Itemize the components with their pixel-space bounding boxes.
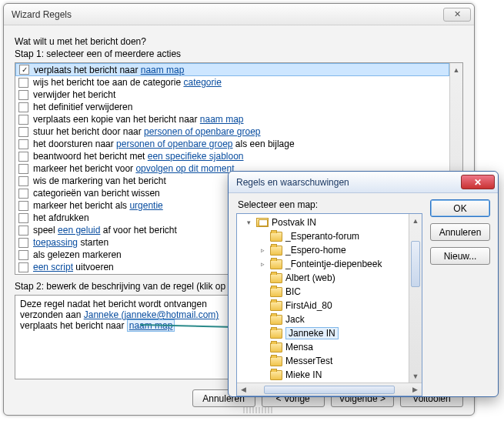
action-row[interactable]: verplaats het bericht naar naam map (15, 63, 449, 76)
action-link[interactable]: toepassing (33, 237, 78, 248)
action-link[interactable]: naam map (141, 65, 185, 75)
action-label: het verwerken van regels beëindigen (33, 273, 184, 274)
action-label: speel een geluid af voor het bericht (33, 224, 177, 236)
close-icon[interactable]: ✕ (461, 175, 495, 189)
action-checkbox[interactable] (18, 226, 28, 236)
action-label: markeer het bericht voor opvolgen op dit… (33, 162, 234, 175)
step1-label: Stap 1: selecteer een of meerdere acties (15, 48, 463, 59)
action-checkbox[interactable] (18, 201, 28, 211)
action-checkbox[interactable] (18, 139, 28, 149)
tree-item[interactable]: Mieke IN (237, 368, 409, 382)
action-label: beantwoord het bericht met een specifiek… (33, 150, 244, 162)
cancel-button[interactable]: Annuleren (430, 223, 490, 241)
folder-icon (270, 259, 282, 269)
tree-item[interactable]: Mensa (237, 340, 409, 354)
action-checkbox[interactable] (18, 152, 28, 162)
action-link[interactable]: personen of openbare groep (144, 126, 260, 137)
action-checkbox[interactable] (18, 250, 28, 260)
tree-item[interactable]: Jack (237, 312, 409, 326)
tree-hscrollbar[interactable]: ◀ ▶ (237, 383, 422, 396)
scroll-up-icon[interactable]: ▲ (409, 214, 422, 227)
action-link[interactable]: een specifieke sjabloon (148, 151, 244, 162)
tree-item-label: BIC (285, 286, 301, 297)
action-row[interactable]: het doorsturen naar personen of openbare… (15, 138, 449, 150)
action-link[interactable]: personen of openbare groep (116, 139, 232, 149)
action-checkbox[interactable] (19, 65, 29, 75)
folder-icon (270, 370, 282, 380)
tree-expand-icon[interactable]: ▾ (245, 219, 253, 226)
action-checkbox[interactable] (18, 176, 28, 186)
tree-item[interactable]: ▾Postvak IN (237, 216, 409, 229)
action-checkbox[interactable] (18, 213, 28, 223)
picker-titlebar: Regels en waarschuwingen ✕ (229, 172, 498, 193)
action-link[interactable]: naam map (200, 114, 244, 125)
wizard-question: Wat wilt u met het bericht doen? (15, 36, 463, 47)
tree-expand-icon[interactable]: ▹ (259, 246, 267, 254)
folder-icon (270, 232, 282, 242)
action-row[interactable]: stuur het bericht door naar personen of … (15, 125, 449, 138)
tree-item[interactable]: Albert (web) (237, 271, 409, 285)
new-button[interactable]: Nieuw... (430, 247, 490, 265)
desc-folder-link[interactable]: naam map (127, 319, 175, 332)
action-label: verwijder het bericht (33, 89, 115, 101)
action-checkbox[interactable] (18, 189, 28, 199)
folder-icon (270, 342, 282, 353)
scroll-up-icon[interactable]: ▲ (450, 63, 462, 76)
tree-item[interactable]: ▹_Fonteintje-diepenbeek (237, 257, 409, 271)
tree-item[interactable]: FirstAid_80 (237, 299, 409, 312)
close-icon[interactable]: ✕ (443, 8, 471, 22)
inbox-icon (256, 218, 269, 227)
action-label: het afdrukken (33, 212, 89, 224)
tree-item-label: Mensa (285, 342, 313, 353)
tree-item-label: Mieke IN (285, 369, 322, 380)
picker-prompt: Selecteer een map: (238, 199, 422, 210)
tree-item[interactable]: MesserTest (237, 354, 409, 368)
folder-icon (270, 246, 282, 256)
tree-vscrollbar[interactable]: ▲ ▼ (409, 214, 422, 383)
tree-item[interactable]: _Esperanto-forum (237, 229, 409, 243)
action-checkbox[interactable] (18, 164, 28, 174)
action-label: het definitief verwijderen (33, 101, 132, 113)
scroll-thumb[interactable] (411, 241, 420, 287)
ok-button[interactable]: OK (430, 199, 490, 217)
action-checkbox[interactable] (18, 262, 28, 272)
tree-item[interactable]: Janneke IN (237, 326, 409, 340)
scroll-down-icon[interactable]: ▼ (409, 369, 422, 383)
action-checkbox[interactable] (18, 90, 28, 100)
resize-grip-icon (243, 407, 274, 413)
desc-recipient-link[interactable]: Janneke (janneke@hotmail.com) (84, 309, 219, 320)
folder-icon (270, 273, 282, 283)
tree-item-label: MesserTest (285, 356, 332, 366)
action-checkbox[interactable] (18, 78, 28, 88)
action-link[interactable]: opvolgen op dit moment (135, 163, 234, 174)
action-link[interactable]: een script (33, 262, 73, 272)
tree-item[interactable]: ▹_Espero-home (237, 243, 409, 257)
tree-expand-icon[interactable]: ▹ (259, 260, 267, 268)
action-link[interactable]: urgentie (129, 200, 162, 211)
folder-icon (270, 287, 282, 297)
action-row[interactable]: beantwoord het bericht met een specifiek… (15, 150, 449, 162)
action-checkbox[interactable] (18, 115, 28, 125)
action-link[interactable]: een geluid (58, 225, 100, 236)
folder-icon (270, 356, 282, 366)
folder-picker-dialog: Regels en waarschuwingen ✕ Selecteer een… (228, 171, 499, 397)
action-label: markeer het bericht als urgentie (33, 199, 163, 212)
action-checkbox[interactable] (18, 102, 28, 112)
wizard-titlebar: Wizard Regels ✕ (4, 4, 474, 25)
scroll-thumb[interactable] (264, 386, 395, 394)
tree-item-label: _Fonteintje-diepenbeek (285, 259, 382, 269)
tree-item-label: Postvak IN (272, 217, 316, 228)
action-row[interactable]: het definitief verwijderen (15, 101, 449, 113)
action-row[interactable]: verplaats een kopie van het bericht naar… (15, 113, 449, 125)
action-label: toepassing starten (33, 236, 108, 249)
tree-item[interactable]: BIC (237, 285, 409, 299)
action-checkbox[interactable] (18, 238, 28, 248)
action-row[interactable]: verwijder het bericht (15, 89, 449, 101)
tree-item-label: Albert (web) (285, 272, 335, 283)
action-checkbox[interactable] (18, 127, 28, 137)
scroll-right-icon[interactable]: ▶ (409, 383, 422, 396)
scroll-left-icon[interactable]: ◀ (237, 383, 250, 396)
action-row[interactable]: wijs het bericht toe aan de categorie ca… (15, 76, 449, 89)
picker-title: Regels en waarschuwingen (236, 177, 349, 188)
action-link[interactable]: categorie (183, 77, 221, 88)
